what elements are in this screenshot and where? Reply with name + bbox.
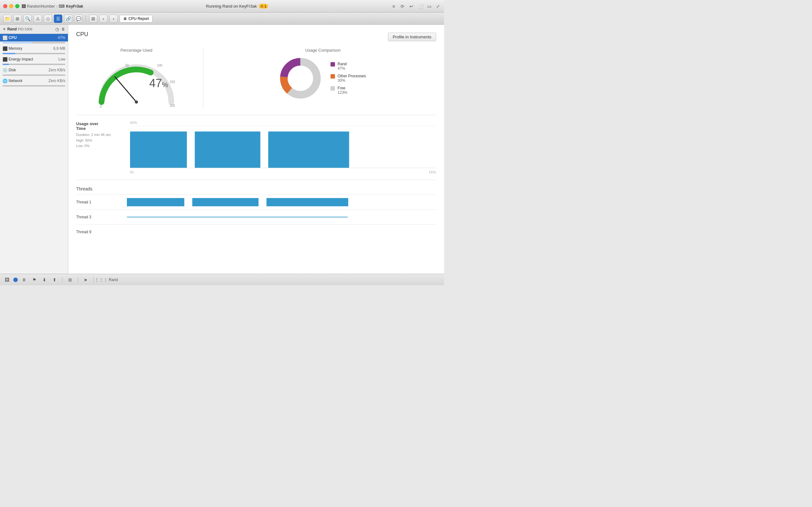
svg-point-11 <box>288 66 313 91</box>
view-toggle-btn[interactable]: ⊞ <box>66 276 74 284</box>
pie-section: Usage Comparison <box>210 48 436 99</box>
threads-title: Threads <box>76 186 436 191</box>
sidebar-memory-value: 6,9 MB <box>53 46 65 51</box>
svg-rect-14 <box>130 131 187 168</box>
list-icon[interactable]: ≡ <box>391 3 397 9</box>
thread-3-svg <box>127 212 436 222</box>
usage-meta: Duration: 2 min 46 sec High: 50% Low: 0% <box>76 132 124 149</box>
h-divider-2 <box>76 180 436 180</box>
sidebar-pause-icon[interactable]: ⏸ <box>61 26 65 32</box>
bottom-process-label: Rand <box>109 278 118 282</box>
back-icon[interactable]: ↩ <box>409 3 414 9</box>
svg-text:0: 0 <box>100 105 102 108</box>
legend-text-free: Free 123% <box>338 86 347 95</box>
grid-view-btn[interactable]: ⊞ <box>89 14 97 23</box>
sidebar-item-energy[interactable]: ⬛ Energy Impact Low <box>0 55 68 63</box>
pie-title: Usage Comparison <box>305 48 340 53</box>
sidebar-item-disk[interactable]: 💿 Disk Zero KB/s <box>0 66 68 74</box>
svg-text:200: 200 <box>170 104 175 107</box>
menu-btn[interactable]: ⋮⋮⋮ <box>97 276 105 284</box>
sidebar-item-network[interactable]: 🌐 Network Zero KB/s <box>0 77 68 84</box>
legend-item-rand: Rand 47% <box>331 62 366 71</box>
thread-chart-9 <box>127 225 436 239</box>
download-btn[interactable]: ⬇ <box>41 276 48 284</box>
svg-text:150: 150 <box>170 80 175 83</box>
svg-rect-20 <box>266 198 348 206</box>
filter-btn[interactable]: ☰ <box>54 14 62 23</box>
toolbar: 📁 ⊞ 🔍 ⚠ ◇ ☰ 🔗 💬 ⊞ ‹ › 🖥 CPU Report <box>0 13 444 25</box>
svg-rect-16 <box>268 131 349 168</box>
send-btn[interactable]: ➤ <box>82 276 90 284</box>
nav-back-btn[interactable]: ‹ <box>99 14 107 23</box>
breadcrumb-sep1: › <box>56 4 57 9</box>
grid-btn[interactable]: ⊞ <box>13 14 21 23</box>
bookmark-btn[interactable]: ◇ <box>44 14 52 23</box>
sidebar-header: ▼ Rand PID 5306 ◷ ⏸ <box>0 25 68 34</box>
comment-btn[interactable]: 💬 <box>74 14 83 23</box>
profile-instruments-button[interactable]: Profile in Instruments <box>388 33 436 41</box>
svg-rect-19 <box>192 198 258 206</box>
search-btn[interactable]: 🔍 <box>23 14 32 23</box>
usage-header: Usage overTime Duration: 2 min 46 sec Hi… <box>76 121 436 173</box>
disk-icon: 💿 <box>3 68 7 72</box>
panel-icon[interactable]: ⬜ <box>417 3 423 9</box>
energy-icon: ⬛ <box>3 57 7 61</box>
breadcrumb-device[interactable]: ⌨ KeyFr3ak <box>59 4 83 9</box>
nav-forward-btn[interactable]: › <box>109 14 118 23</box>
sidebar-memory-progress-fill <box>3 53 15 54</box>
sidebar-network-label: Network <box>9 78 49 83</box>
svg-rect-15 <box>195 131 260 168</box>
sidebar-item-cpu[interactable]: ⬜ CPU 47% <box>0 34 68 42</box>
sidebar-process-name: Rand PID 5306 <box>7 27 54 32</box>
thread-row-3: Thread 3 <box>76 210 436 224</box>
usage-section: Usage overTime Duration: 2 min 46 sec Hi… <box>76 121 436 173</box>
flag-btn[interactable]: ⚑ <box>31 276 38 284</box>
report-tab-label: CPU Report <box>129 16 149 21</box>
legend-item-free: Free 123% <box>331 86 366 95</box>
sidebar-item-memory[interactable]: ⬛ Memory 6,9 MB <box>0 45 68 52</box>
thread-label-3: Thread 3 <box>76 210 127 224</box>
title-bar-right: ≡ ⟳ ↩ ⬜ ▭ ⤢ <box>391 3 441 9</box>
thread-chart-1 <box>127 195 436 210</box>
report-tab[interactable]: 🖥 CPU Report <box>119 15 153 22</box>
traffic-lights <box>3 4 19 8</box>
breadcrumb-project[interactable]: RandomNumber <box>27 4 55 9</box>
fullscreen-icon[interactable]: ⤢ <box>435 3 441 9</box>
sidebar-disk-progress-bar <box>3 74 65 76</box>
sidebar-energy-progress-fill <box>3 64 9 65</box>
alert-btn[interactable]: ⚠ <box>34 14 42 23</box>
title-bar: 🅰 RandomNumber › ⌨ KeyFr3ak Running Rand… <box>0 0 444 13</box>
bottom-sep2 <box>78 277 78 283</box>
sidebar-collapse-icon[interactable]: ▼ <box>3 27 6 31</box>
folder-icon[interactable]: 📁 <box>3 14 11 23</box>
memory-icon: ⬛ <box>3 46 7 51</box>
legend-item-other: Other Processes 30% <box>331 74 366 83</box>
close-button[interactable] <box>3 4 7 8</box>
sidebar: ▼ Rand PID 5306 ◷ ⏸ ⬜ CPU 47% ⬛ Memory 6… <box>0 25 68 274</box>
gauge-title: Percentage Used <box>120 48 152 53</box>
warning-badge: ⚠ 1 <box>259 4 268 9</box>
gauge-value: 47% <box>149 77 168 90</box>
usage-start-label: 0s <box>130 170 134 174</box>
screenshot-icon[interactable]: 🖼 <box>3 276 11 284</box>
maximize-button[interactable] <box>15 4 19 8</box>
minimize-button[interactable] <box>9 4 13 8</box>
svg-rect-18 <box>127 198 184 206</box>
window-title: Running Rand on KeyFr3ak ⚠ 1 <box>86 4 388 9</box>
breadcrumb-app[interactable]: 🅰 <box>22 4 26 9</box>
split-icon[interactable]: ▭ <box>426 3 432 9</box>
link-btn[interactable]: 🔗 <box>64 14 72 23</box>
gauge-section: Percentage Used 0 50 <box>76 48 197 108</box>
sidebar-header-icons: ◷ ⏸ <box>55 26 65 32</box>
usage-title-block: Usage overTime Duration: 2 min 46 sec Hi… <box>76 121 124 149</box>
pause-btn[interactable]: ⏸ <box>20 276 28 284</box>
sidebar-network-progress-bar <box>3 85 65 87</box>
svg-text:100: 100 <box>157 64 162 67</box>
sidebar-cpu-value: 47% <box>58 36 65 40</box>
legend-text-other: Other Processes 30% <box>338 74 366 83</box>
vertical-divider <box>203 48 203 108</box>
upload-btn[interactable]: ⬆ <box>51 276 58 284</box>
share-icon[interactable]: ⟳ <box>400 3 405 9</box>
legend-color-free <box>331 86 335 91</box>
sidebar-gauge-icon[interactable]: ◷ <box>55 26 59 32</box>
